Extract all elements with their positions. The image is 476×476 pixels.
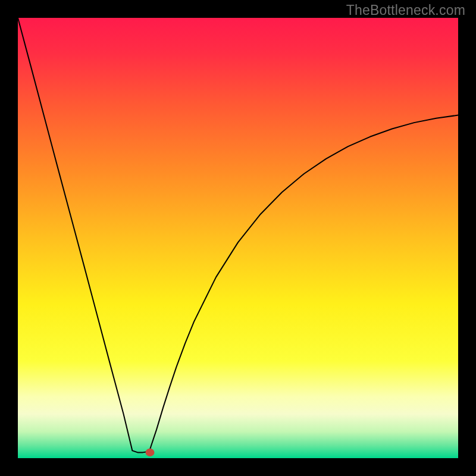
plot-svg [18,18,458,458]
chart-frame: TheBottleneck.com [0,0,476,476]
plot-area [18,18,458,458]
plot-background [18,18,458,458]
watermark-label: TheBottleneck.com [346,2,465,18]
optimum-marker [146,449,155,456]
